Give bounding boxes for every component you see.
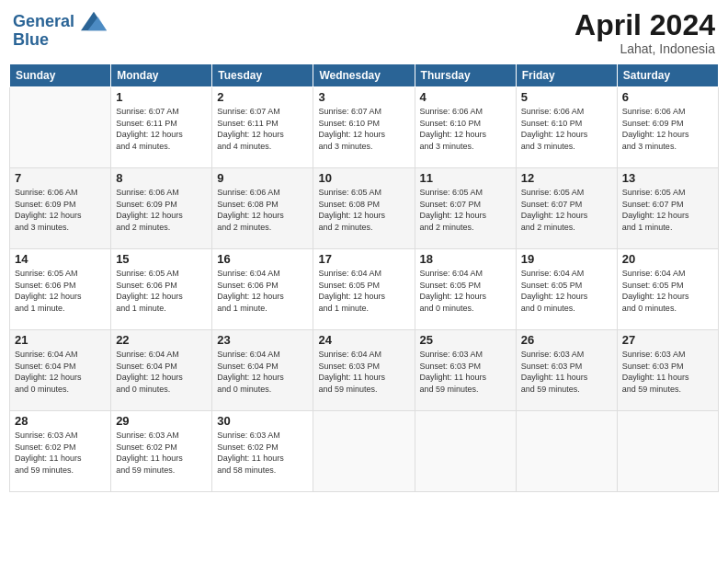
day-number: 28 — [15, 414, 106, 428]
day-info: Sunrise: 6:03 AM Sunset: 6:03 PM Dayligh… — [622, 349, 713, 395]
calendar-empty-cell — [617, 411, 718, 492]
day-info: Sunrise: 6:06 AM Sunset: 6:09 PM Dayligh… — [622, 106, 713, 152]
day-number: 29 — [116, 414, 207, 428]
calendar-header-row: SundayMondayTuesdayWednesdayThursdayFrid… — [10, 64, 719, 87]
calendar-week-row: 28Sunrise: 6:03 AM Sunset: 6:02 PM Dayli… — [10, 411, 719, 492]
calendar-day-cell: 23Sunrise: 6:04 AM Sunset: 6:04 PM Dayli… — [212, 330, 313, 411]
calendar-day-cell: 13Sunrise: 6:05 AM Sunset: 6:07 PM Dayli… — [617, 168, 718, 249]
calendar-empty-cell — [415, 411, 516, 492]
calendar-table: SundayMondayTuesdayWednesdayThursdayFrid… — [9, 63, 719, 492]
day-info: Sunrise: 6:05 AM Sunset: 6:07 PM Dayligh… — [521, 187, 612, 233]
day-info: Sunrise: 6:05 AM Sunset: 6:08 PM Dayligh… — [318, 187, 409, 233]
day-number: 7 — [15, 171, 106, 185]
day-number: 2 — [217, 90, 308, 104]
day-number: 17 — [318, 252, 409, 266]
calendar-day-cell: 1Sunrise: 6:07 AM Sunset: 6:11 PM Daylig… — [111, 87, 212, 168]
day-number: 25 — [420, 333, 511, 347]
day-info: Sunrise: 6:03 AM Sunset: 6:02 PM Dayligh… — [15, 430, 106, 476]
day-info: Sunrise: 6:05 AM Sunset: 6:06 PM Dayligh… — [15, 268, 106, 314]
day-info: Sunrise: 6:05 AM Sunset: 6:07 PM Dayligh… — [420, 187, 511, 233]
day-info: Sunrise: 6:04 AM Sunset: 6:04 PM Dayligh… — [217, 349, 308, 395]
day-info: Sunrise: 6:05 AM Sunset: 6:06 PM Dayligh… — [116, 268, 207, 314]
day-info: Sunrise: 6:04 AM Sunset: 6:05 PM Dayligh… — [622, 268, 713, 314]
day-number: 12 — [521, 171, 612, 185]
calendar-day-cell: 18Sunrise: 6:04 AM Sunset: 6:05 PM Dayli… — [415, 249, 516, 330]
calendar-day-cell: 11Sunrise: 6:05 AM Sunset: 6:07 PM Dayli… — [415, 168, 516, 249]
calendar-day-cell: 2Sunrise: 6:07 AM Sunset: 6:11 PM Daylig… — [212, 87, 313, 168]
day-number: 24 — [318, 333, 409, 347]
day-info: Sunrise: 6:04 AM Sunset: 6:05 PM Dayligh… — [420, 268, 511, 314]
calendar-day-cell: 10Sunrise: 6:05 AM Sunset: 6:08 PM Dayli… — [313, 168, 415, 249]
day-info: Sunrise: 6:04 AM Sunset: 6:04 PM Dayligh… — [15, 349, 106, 395]
calendar-day-cell: 27Sunrise: 6:03 AM Sunset: 6:03 PM Dayli… — [617, 330, 718, 411]
day-number: 9 — [217, 171, 308, 185]
day-info: Sunrise: 6:04 AM Sunset: 6:03 PM Dayligh… — [318, 349, 409, 395]
day-number: 8 — [116, 171, 207, 185]
calendar-day-cell: 19Sunrise: 6:04 AM Sunset: 6:05 PM Dayli… — [516, 249, 617, 330]
calendar-day-cell: 17Sunrise: 6:04 AM Sunset: 6:05 PM Dayli… — [313, 249, 415, 330]
day-number: 18 — [420, 252, 511, 266]
calendar-week-row: 14Sunrise: 6:05 AM Sunset: 6:06 PM Dayli… — [10, 249, 719, 330]
day-number: 23 — [217, 333, 308, 347]
calendar-day-cell: 4Sunrise: 6:06 AM Sunset: 6:10 PM Daylig… — [415, 87, 516, 168]
calendar-empty-cell — [313, 411, 415, 492]
day-number: 30 — [217, 414, 308, 428]
calendar-week-row: 7Sunrise: 6:06 AM Sunset: 6:09 PM Daylig… — [10, 168, 719, 249]
day-info: Sunrise: 6:04 AM Sunset: 6:04 PM Dayligh… — [116, 349, 207, 395]
calendar-day-cell: 25Sunrise: 6:03 AM Sunset: 6:03 PM Dayli… — [415, 330, 516, 411]
day-info: Sunrise: 6:07 AM Sunset: 6:11 PM Dayligh… — [116, 106, 207, 152]
day-number: 15 — [116, 252, 207, 266]
calendar-day-cell: 26Sunrise: 6:03 AM Sunset: 6:03 PM Dayli… — [516, 330, 617, 411]
calendar-empty-cell — [10, 87, 111, 168]
day-number: 13 — [622, 171, 713, 185]
calendar-empty-cell — [516, 411, 617, 492]
calendar-day-cell: 29Sunrise: 6:03 AM Sunset: 6:02 PM Dayli… — [111, 411, 212, 492]
logo: General Blue — [13, 13, 107, 50]
day-number: 27 — [622, 333, 713, 347]
calendar-day-cell: 30Sunrise: 6:03 AM Sunset: 6:02 PM Dayli… — [212, 411, 313, 492]
day-info: Sunrise: 6:04 AM Sunset: 6:05 PM Dayligh… — [318, 268, 409, 314]
calendar-day-cell: 8Sunrise: 6:06 AM Sunset: 6:09 PM Daylig… — [111, 168, 212, 249]
month-title: April 2024 — [574, 9, 715, 41]
calendar-day-cell: 12Sunrise: 6:05 AM Sunset: 6:07 PM Dayli… — [516, 168, 617, 249]
day-number: 10 — [318, 171, 409, 185]
day-info: Sunrise: 6:05 AM Sunset: 6:07 PM Dayligh… — [622, 187, 713, 233]
calendar-day-cell: 14Sunrise: 6:05 AM Sunset: 6:06 PM Dayli… — [10, 249, 111, 330]
day-info: Sunrise: 6:06 AM Sunset: 6:08 PM Dayligh… — [217, 187, 308, 233]
day-number: 21 — [15, 333, 106, 347]
day-number: 3 — [318, 90, 409, 104]
day-info: Sunrise: 6:06 AM Sunset: 6:09 PM Dayligh… — [116, 187, 207, 233]
calendar-day-cell: 7Sunrise: 6:06 AM Sunset: 6:09 PM Daylig… — [10, 168, 111, 249]
calendar-day-cell: 5Sunrise: 6:06 AM Sunset: 6:10 PM Daylig… — [516, 87, 617, 168]
day-info: Sunrise: 6:03 AM Sunset: 6:02 PM Dayligh… — [217, 430, 308, 476]
day-number: 16 — [217, 252, 308, 266]
day-info: Sunrise: 6:06 AM Sunset: 6:10 PM Dayligh… — [420, 106, 511, 152]
page-header: General Blue April 2024 Lahat, Indonesia — [9, 9, 719, 56]
calendar-week-row: 1Sunrise: 6:07 AM Sunset: 6:11 PM Daylig… — [10, 87, 719, 168]
calendar-day-cell: 28Sunrise: 6:03 AM Sunset: 6:02 PM Dayli… — [10, 411, 111, 492]
calendar-day-header: Thursday — [415, 64, 516, 87]
calendar-day-header: Tuesday — [212, 64, 313, 87]
calendar-day-header: Monday — [111, 64, 212, 87]
calendar-day-cell: 24Sunrise: 6:04 AM Sunset: 6:03 PM Dayli… — [313, 330, 415, 411]
day-number: 6 — [622, 90, 713, 104]
calendar-day-header: Sunday — [10, 64, 111, 87]
location: Lahat, Indonesia — [574, 41, 715, 56]
day-number: 19 — [521, 252, 612, 266]
calendar-day-header: Wednesday — [313, 64, 415, 87]
day-number: 5 — [521, 90, 612, 104]
day-info: Sunrise: 6:07 AM Sunset: 6:10 PM Dayligh… — [318, 106, 409, 152]
day-number: 11 — [420, 171, 511, 185]
calendar-week-row: 21Sunrise: 6:04 AM Sunset: 6:04 PM Dayli… — [10, 330, 719, 411]
calendar-day-cell: 6Sunrise: 6:06 AM Sunset: 6:09 PM Daylig… — [617, 87, 718, 168]
calendar-day-cell: 15Sunrise: 6:05 AM Sunset: 6:06 PM Dayli… — [111, 249, 212, 330]
day-number: 1 — [116, 90, 207, 104]
day-number: 22 — [116, 333, 207, 347]
day-info: Sunrise: 6:04 AM Sunset: 6:05 PM Dayligh… — [521, 268, 612, 314]
day-info: Sunrise: 6:04 AM Sunset: 6:06 PM Dayligh… — [217, 268, 308, 314]
calendar-day-cell: 20Sunrise: 6:04 AM Sunset: 6:05 PM Dayli… — [617, 249, 718, 330]
calendar-day-header: Friday — [516, 64, 617, 87]
day-info: Sunrise: 6:03 AM Sunset: 6:02 PM Dayligh… — [116, 430, 207, 476]
day-number: 20 — [622, 252, 713, 266]
title-block: April 2024 Lahat, Indonesia — [574, 9, 715, 56]
